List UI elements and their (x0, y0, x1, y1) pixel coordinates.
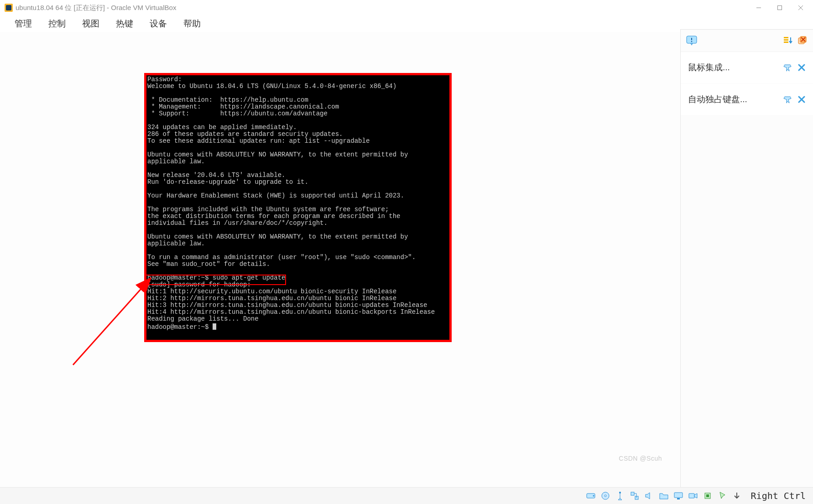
svg-rect-30 (677, 498, 680, 499)
hostkey-arrow-icon (732, 491, 742, 501)
terminal-text: Password: Welcome to Ubuntu 18.04.6 LTS … (147, 76, 435, 331)
status-icons (586, 491, 742, 501)
hostkey-label: Right Ctrl (751, 490, 806, 501)
svg-rect-11 (784, 37, 788, 38)
svg-point-26 (619, 492, 621, 494)
body: Password: Welcome to Ubuntu 18.04.6 LTS … (0, 32, 813, 488)
terminal-frame: Password: Welcome to Ubuntu 18.04.6 LTS … (144, 73, 452, 342)
menu-view[interactable]: 视图 (74, 15, 108, 32)
svg-rect-29 (674, 493, 683, 498)
sidebar-row-label: 鼠标集成... (688, 62, 730, 73)
maximize-button[interactable] (769, 0, 790, 16)
vm-display-area[interactable]: Password: Welcome to Ubuntu 18.04.6 LTS … (0, 32, 680, 488)
optical-icon[interactable] (600, 491, 610, 501)
terminal[interactable]: Password: Welcome to Ubuntu 18.04.6 LTS … (146, 75, 449, 340)
close-button[interactable] (790, 0, 811, 16)
svg-rect-27 (631, 492, 634, 495)
minimize-button[interactable] (748, 0, 769, 16)
menu-hotkeys[interactable]: 热键 (108, 15, 141, 32)
sidebar-row-auto-capture-keyboard[interactable]: 自动独占键盘... (681, 84, 813, 115)
svg-rect-12 (784, 39, 788, 41)
pin-icon[interactable] (783, 63, 792, 72)
svg-rect-33 (706, 494, 709, 497)
menu-control[interactable]: 控制 (40, 15, 74, 32)
watermark: CSDN @Scuh (619, 455, 662, 462)
info-icon[interactable] (686, 36, 697, 46)
svg-rect-3 (778, 6, 782, 10)
statusbar: Right Ctrl (0, 487, 813, 504)
delete-all-icon[interactable] (797, 36, 808, 46)
menu-devices[interactable]: 设备 (141, 15, 175, 32)
svg-point-10 (691, 41, 693, 42)
sort-icon[interactable] (783, 36, 793, 46)
window-title: ubuntu18.04 64 位 [正在运行] - Oracle VM Virt… (16, 4, 176, 12)
dismiss-icon[interactable] (797, 95, 806, 104)
mouse-capture-icon[interactable] (717, 491, 727, 501)
cpu-icon[interactable] (703, 491, 713, 501)
pin-icon[interactable] (783, 95, 792, 104)
sidebar-row-label: 自动独占键盘... (688, 94, 747, 105)
notification-sidebar: 鼠标集成... 自动独占键盘... (680, 29, 813, 488)
display-icon[interactable] (673, 491, 683, 501)
dismiss-icon[interactable] (797, 63, 806, 72)
svg-rect-1 (6, 5, 11, 10)
recording-icon[interactable] (688, 491, 698, 501)
svg-point-23 (593, 495, 594, 497)
sidebar-row-mouse-integration[interactable]: 鼠标集成... (681, 52, 813, 83)
svg-line-7 (73, 278, 151, 365)
audio-icon[interactable] (644, 491, 654, 501)
harddisk-icon[interactable] (586, 491, 596, 501)
menu-manage[interactable]: 管理 (6, 15, 40, 32)
sidebar-toolbar (681, 30, 813, 52)
shared-folder-icon[interactable] (659, 491, 669, 501)
network-icon[interactable] (630, 491, 640, 501)
virtualbox-window: ubuntu18.04 64 位 [正在运行] - Oracle VM Virt… (0, 0, 813, 504)
titlebar: ubuntu18.04 64 位 [正在运行] - Oracle VM Virt… (0, 0, 813, 16)
svg-rect-31 (689, 494, 694, 498)
menu-help[interactable]: 帮助 (175, 15, 209, 32)
usb-icon[interactable] (615, 491, 625, 501)
app-icon (5, 4, 13, 12)
svg-point-25 (605, 495, 606, 497)
svg-rect-13 (784, 42, 788, 43)
terminal-cursor (213, 323, 216, 330)
